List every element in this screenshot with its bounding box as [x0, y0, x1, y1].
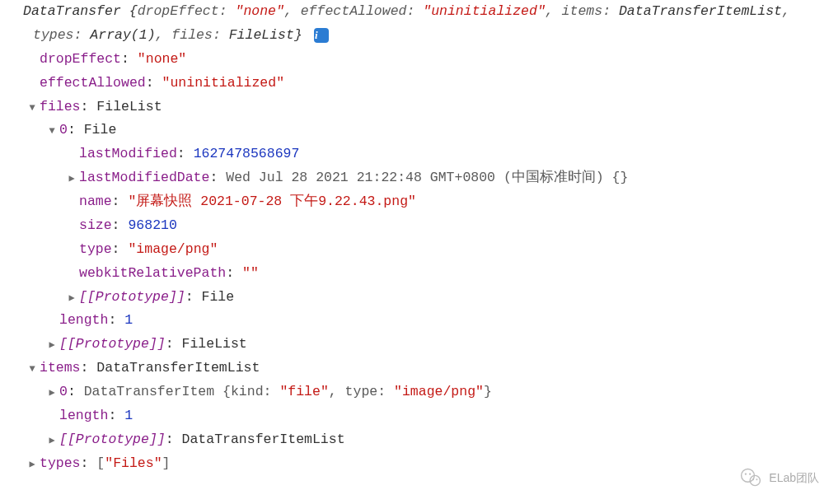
expand-triangle-right-icon[interactable]	[26, 456, 38, 474]
colon: :	[185, 289, 202, 305]
property-value-part: kind	[231, 384, 264, 399]
colon: :	[226, 265, 242, 281]
colon: :	[81, 99, 97, 114]
property-row[interactable]: lastModified: 1627478568697	[7, 142, 822, 166]
property-value-part: ]	[162, 455, 171, 471]
property-value: "none"	[138, 51, 186, 67]
colon: :	[177, 146, 194, 161]
property-key: [[Prototype]]	[59, 336, 166, 352]
property-row[interactable]: 0: File	[7, 119, 822, 142]
property-value: 1	[124, 312, 133, 328]
expand-triangle-right-icon[interactable]	[46, 385, 58, 402]
expand-triangle-down-icon[interactable]	[26, 100, 38, 117]
property-value: File	[202, 289, 235, 305]
colon: :	[108, 408, 124, 423]
expand-triangle-down-icon[interactable]	[46, 123, 58, 140]
property-key: effectAllowed	[40, 75, 146, 91]
property-value: 968210	[128, 217, 176, 233]
property-value-part: type	[345, 384, 378, 399]
colon: :	[121, 51, 138, 67]
colon: :	[68, 384, 84, 399]
property-key: types	[40, 455, 81, 471]
property-key: items	[40, 360, 81, 376]
property-row[interactable]: length: 1	[7, 404, 822, 428]
property-row[interactable]: [[Prototype]]: FileList	[7, 333, 822, 357]
object-summary-header[interactable]: DataTransfer {dropEffect: "none", effect…	[16, 0, 822, 48]
property-key: [[Prototype]]	[59, 432, 166, 447]
property-value: DataTransferItemList	[182, 432, 345, 447]
property-key: webkitRelativePath	[79, 265, 226, 281]
svg-point-5	[756, 478, 758, 480]
property-key: size	[79, 217, 112, 233]
colon: :	[81, 455, 97, 471]
property-value-part: "Files"	[105, 455, 162, 471]
colon: :	[68, 122, 84, 138]
property-key: lastModified	[79, 146, 177, 161]
property-value-part: "file"	[279, 384, 328, 399]
property-value: "屏幕快照 2021-07-28 下午9.22.43.png"	[128, 194, 416, 209]
colon: :	[146, 75, 162, 91]
object-summary-text: DataTransfer {dropEffect: "none", effect…	[23, 3, 790, 43]
property-key: name	[79, 194, 112, 209]
property-value: Wed Jul 28 2021 21:22:48 GMT+0800 (中国标准时…	[226, 170, 628, 185]
expand-triangle-right-icon[interactable]	[66, 170, 77, 188]
property-row[interactable]: size: 968210	[7, 214, 822, 238]
property-row[interactable]: files: FileList	[7, 96, 822, 119]
property-row[interactable]: [[Prototype]]: DataTransferItemList	[7, 428, 822, 452]
colon: :	[166, 432, 182, 447]
colon: :	[108, 312, 124, 328]
property-key: lastModifiedDate	[79, 170, 209, 185]
property-value: FileList	[96, 99, 162, 114]
property-value: 1	[124, 408, 133, 423]
property-row[interactable]: dropEffect: "none"	[7, 48, 822, 72]
colon: :	[112, 194, 129, 209]
property-value-part: ,	[329, 384, 345, 399]
colon: :	[166, 336, 182, 352]
property-value-part: "image/png"	[394, 384, 484, 399]
colon: :	[112, 217, 129, 233]
watermark-label: ELab团队	[769, 468, 819, 488]
property-row[interactable]: effectAllowed: "uninitialized"	[7, 72, 822, 96]
property-key: type	[79, 241, 112, 257]
property-value: FileList	[182, 336, 247, 352]
property-key: length	[59, 312, 108, 328]
svg-point-0	[742, 469, 755, 483]
property-value-part: :	[264, 384, 280, 399]
property-row[interactable]: types: ["Files"]	[7, 452, 822, 476]
colon: :	[209, 170, 226, 185]
property-row[interactable]: webkitRelativePath: ""	[7, 262, 822, 286]
property-value: 1627478568697	[194, 146, 300, 161]
property-row[interactable]: lastModifiedDate: Wed Jul 28 2021 21:22:…	[7, 166, 822, 190]
property-row[interactable]: length: 1	[7, 309, 822, 333]
watermark: ELab团队	[739, 466, 819, 489]
expand-triangle-right-icon[interactable]	[66, 290, 77, 307]
svg-point-4	[752, 478, 754, 480]
expand-triangle-down-icon[interactable]	[26, 361, 38, 378]
property-row[interactable]: items: DataTransferItemList	[7, 357, 822, 380]
property-key: [[Prototype]]	[79, 289, 185, 305]
property-key: length	[59, 408, 108, 423]
property-value: "image/png"	[128, 241, 218, 257]
property-key: 0	[59, 122, 68, 138]
property-row[interactable]: 0: DataTransferItem {kind: "file", type:…	[7, 380, 822, 404]
colon: :	[81, 360, 97, 376]
colon: :	[112, 241, 129, 257]
property-value: "uninitialized"	[162, 75, 285, 91]
property-value-part: :	[377, 384, 394, 399]
expand-triangle-right-icon[interactable]	[46, 337, 58, 354]
property-row[interactable]: [[Prototype]]: File	[7, 286, 822, 310]
property-value: DataTransferItemList	[96, 360, 260, 376]
property-key: dropEffect	[40, 51, 121, 67]
property-key: 0	[59, 384, 68, 399]
svg-point-2	[749, 473, 751, 474]
expand-triangle-right-icon[interactable]	[46, 432, 58, 450]
svg-point-1	[745, 473, 747, 474]
property-row[interactable]: name: "屏幕快照 2021-07-28 下午9.22.43.png"	[7, 190, 822, 214]
property-value-part: }	[484, 384, 492, 399]
property-value-part: [	[96, 455, 105, 471]
property-key: files	[40, 99, 81, 114]
info-icon[interactable]: i	[314, 28, 329, 43]
property-value-part: DataTransferItem {	[84, 384, 231, 399]
property-row[interactable]: type: "image/png"	[7, 238, 822, 262]
wechat-icon	[739, 466, 762, 489]
